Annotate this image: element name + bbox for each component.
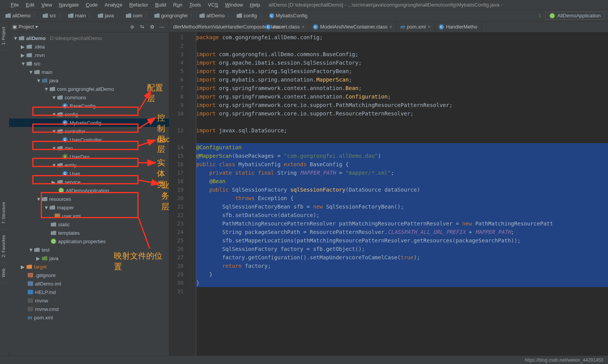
menu-view[interactable]: View: [38, 1, 55, 8]
tree-commons[interactable]: ▼commons: [9, 93, 169, 102]
tree-idea[interactable]: ▶.idea: [9, 42, 169, 51]
tree-java2[interactable]: ▶java: [9, 254, 169, 262]
folder-icon: [68, 13, 73, 18]
crumb-config[interactable]: config〉: [234, 12, 267, 20]
tree-user[interactable]: CUser: [9, 169, 169, 178]
tree-entity[interactable]: ▼entity: [9, 161, 169, 169]
crumb-com[interactable]: com〉: [124, 12, 152, 20]
tree-target[interactable]: ▶target: [9, 262, 169, 271]
class-icon: C: [62, 137, 68, 142]
close-icon[interactable]: ×: [302, 24, 305, 30]
package-icon: [57, 112, 63, 117]
tree-gitignore[interactable]: .gitignore: [9, 271, 169, 279]
file-icon: [28, 307, 33, 311]
tree-pom[interactable]: mpom.xml: [9, 313, 169, 322]
tree-static[interactable]: static: [9, 220, 169, 229]
menu-edit[interactable]: Edit: [23, 1, 37, 8]
run-config[interactable]: ⬡AllDemoApplication: [545, 12, 605, 20]
close-icon[interactable]: ×: [389, 24, 393, 30]
tab-0[interactable]: dlerMethodReturnValueHandlerComposite.cl…: [169, 22, 262, 32]
project-tree[interactable]: ▼allDemoD:\idea\project\allDemo ▶.idea ▶…: [9, 32, 169, 356]
spring-icon: ⬡: [58, 188, 64, 193]
menu-window[interactable]: Window: [222, 1, 246, 8]
class-icon: C: [62, 120, 68, 125]
locate-icon[interactable]: ⊕: [128, 23, 136, 31]
menu-refactor[interactable]: Refactor: [126, 1, 151, 8]
crumb-main[interactable]: main〉: [66, 12, 95, 20]
menu-vcs[interactable]: VCS: [205, 1, 221, 8]
gear-icon[interactable]: ✿: [148, 23, 156, 31]
target-icon: [27, 265, 32, 269]
status-bar: https://blog.csdn.net/weixin_44291453: [0, 356, 608, 364]
tree-java[interactable]: ▼java: [9, 76, 169, 85]
crumb-java[interactable]: java〉: [95, 12, 124, 20]
tree-service[interactable]: ▶service: [9, 178, 169, 186]
folder-icon: [51, 231, 56, 235]
close-icon[interactable]: ×: [428, 24, 431, 30]
code-editor[interactable]: 1234567891012141516171819202122232425262…: [169, 32, 608, 356]
tree-mapper[interactable]: ▼mapper: [9, 203, 169, 212]
folder-icon: [27, 62, 32, 66]
menu-build[interactable]: Build: [152, 1, 169, 8]
tree-templates[interactable]: templates: [9, 229, 169, 237]
window-title: allDemo [D:\idea\project\allDemo] - ...\…: [269, 2, 503, 8]
maven-icon: m: [28, 315, 32, 321]
tree-config[interactable]: ▼config: [9, 110, 169, 119]
menu-file[interactable]: File: [8, 1, 22, 8]
project-header: ▣ Project ▾ ⊕ ⇆ ✿ —: [9, 22, 169, 32]
tab-3[interactable]: mpom.xml×: [397, 22, 435, 32]
tree-help[interactable]: HELP.md: [9, 288, 169, 296]
collapse-icon[interactable]: ⇆: [138, 23, 146, 31]
build-icon[interactable]: ⤹: [538, 13, 542, 18]
class-icon: C: [313, 24, 318, 30]
folder-icon: [154, 13, 160, 18]
tree-pkg[interactable]: ▼com.gongrongfei.allDemo: [9, 85, 169, 93]
tab-project[interactable]: 1: Project: [0, 22, 7, 50]
tab-structure[interactable]: 7: Structure: [0, 197, 7, 230]
package-icon: [57, 163, 63, 167]
tree-userxml[interactable]: user.xml: [9, 212, 169, 220]
tab-1[interactable]: CAssert.class×: [262, 22, 309, 32]
package-icon: [57, 146, 63, 150]
crumb-src[interactable]: src〉: [40, 12, 66, 20]
resources-icon: [42, 197, 47, 201]
menu-analyze[interactable]: Analyze: [102, 1, 125, 8]
menu-code[interactable]: Code: [83, 1, 101, 8]
tab-web[interactable]: Web: [0, 263, 7, 283]
tree-mvn[interactable]: ▶.mvn: [9, 51, 169, 59]
class-icon: C: [266, 24, 271, 30]
crumb-allDemo2[interactable]: allDemo〉: [197, 12, 234, 20]
tab-favorites[interactable]: 2: Favorites: [0, 230, 7, 263]
tree-baseconfig[interactable]: CBaseConfig: [9, 102, 169, 110]
tree-appprops[interactable]: ⬡application.properties: [9, 237, 169, 245]
menu-help[interactable]: Help: [247, 1, 263, 8]
menu-navigate[interactable]: Navigate: [56, 1, 82, 8]
folder-icon: [42, 256, 47, 260]
menu-run[interactable]: Run: [170, 1, 185, 8]
tree-controller[interactable]: ▼controller: [9, 127, 169, 135]
tree-usercontroller[interactable]: CUserController: [9, 135, 169, 144]
crumb-gongrongfei[interactable]: gongrongfei〉: [152, 12, 197, 20]
crumb-allDemo[interactable]: allDemo〉: [3, 12, 40, 20]
tree-mybatisconfig[interactable]: CMybatisConfig: [9, 119, 169, 127]
tree-main[interactable]: ▼main: [9, 68, 169, 76]
file-icon: [28, 281, 33, 286]
project-view-selector[interactable]: ▣ Project ▾: [12, 24, 38, 30]
tree-userdao[interactable]: IUserDao: [9, 152, 169, 161]
tree-mvnwcmd[interactable]: mvnw.cmd: [9, 305, 169, 313]
tree-resources[interactable]: ▼resources: [9, 195, 169, 203]
tree-test[interactable]: ▼test: [9, 245, 169, 254]
tree-mvnw[interactable]: mvnw: [9, 296, 169, 305]
tree-iml[interactable]: allDemo.iml: [9, 279, 169, 288]
code-lines[interactable]: package com.gongrongfei.allDemo.config; …: [196, 32, 608, 356]
menu-tools[interactable]: Tools: [186, 1, 204, 8]
tree-src[interactable]: ▼src: [9, 59, 169, 68]
package-icon: [57, 95, 63, 100]
hide-icon[interactable]: —: [158, 23, 166, 31]
tab-4[interactable]: CHandlerMetho: [435, 22, 482, 32]
crumb-MybatisConfig[interactable]: CMybatisConfig: [267, 12, 310, 19]
tree-dao[interactable]: ▼dao: [9, 144, 169, 152]
tab-2[interactable]: CModelAndViewContainer.class×: [309, 22, 397, 32]
tree-alldemoapp[interactable]: ⬡AllDemoApplication: [9, 186, 169, 195]
tree-root[interactable]: ▼allDemoD:\idea\project\allDemo: [9, 34, 169, 42]
